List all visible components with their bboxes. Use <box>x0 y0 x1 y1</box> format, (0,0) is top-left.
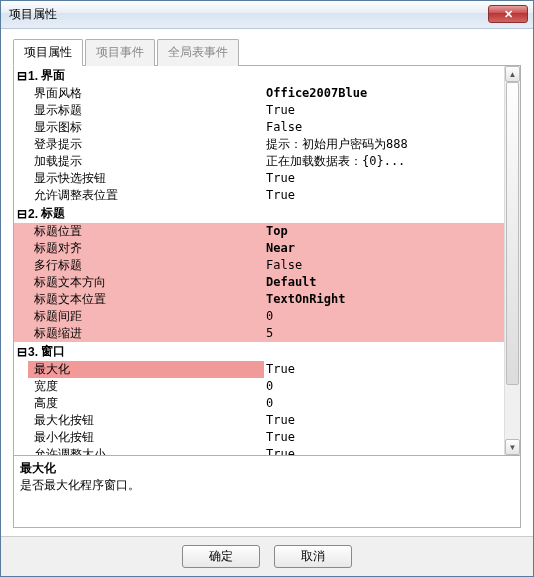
prop-width[interactable]: 宽度0 <box>14 378 520 395</box>
cancel-button[interactable]: 取消 <box>274 545 352 568</box>
collapse-icon[interactable]: ⊟ <box>16 69 28 83</box>
tabs: 项目属性 项目事件 全局表事件 <box>13 39 521 66</box>
prop-show-title[interactable]: 显示标题True <box>14 102 520 119</box>
collapse-icon[interactable]: ⊟ <box>16 207 28 221</box>
section-interface[interactable]: ⊟ 1. 界面 <box>14 66 520 85</box>
titlebar-title: 项目属性 <box>9 6 57 23</box>
ok-button[interactable]: 确定 <box>182 545 260 568</box>
prop-min-button[interactable]: 最小化按钮True <box>14 429 520 446</box>
scrollbar[interactable]: ▲ ▼ <box>504 66 520 455</box>
prop-title-position[interactable]: 标题位置Top <box>14 223 520 240</box>
section-name: 标题 <box>41 205 65 222</box>
scroll-down-icon[interactable]: ▼ <box>505 439 520 455</box>
titlebar: 项目属性 ✕ <box>1 1 533 29</box>
description-title: 最大化 <box>20 460 514 477</box>
property-grid: ⊟ 1. 界面 界面风格Office2007Blue 显示标题True 显示图标… <box>13 65 521 528</box>
dialog: 项目属性 ✕ 项目属性 项目事件 全局表事件 ⊟ 1. 界面 界面风格Offic… <box>0 0 534 577</box>
prop-show-quick-btn[interactable]: 显示快选按钮True <box>14 170 520 187</box>
prop-login-tip[interactable]: 登录提示提示：初始用户密码为888 <box>14 136 520 153</box>
section-name: 界面 <box>41 67 65 84</box>
prop-maximize[interactable]: 最大化True <box>14 361 520 378</box>
section-title[interactable]: ⊟ 2. 标题 <box>14 204 520 223</box>
scroll-track[interactable] <box>505 82 520 439</box>
prop-interface-style[interactable]: 界面风格Office2007Blue <box>14 85 520 102</box>
collapse-icon[interactable]: ⊟ <box>16 345 28 359</box>
prop-title-text-dir[interactable]: 标题文本方向Default <box>14 274 520 291</box>
close-button[interactable]: ✕ <box>488 5 528 23</box>
tab-global-table-event[interactable]: 全局表事件 <box>157 39 239 66</box>
prop-show-icon[interactable]: 显示图标False <box>14 119 520 136</box>
footer: 确定 取消 <box>1 536 533 576</box>
description-panel: 最大化 是否最大化程序窗口。 <box>14 455 520 527</box>
scroll-up-icon[interactable]: ▲ <box>505 66 520 82</box>
scroll-thumb[interactable] <box>506 82 519 385</box>
content: 项目属性 项目事件 全局表事件 ⊟ 1. 界面 界面风格Office2007Bl… <box>1 29 533 536</box>
section-num: 2. <box>28 207 38 221</box>
prop-title-align[interactable]: 标题对齐Near <box>14 240 520 257</box>
prop-loading-tip[interactable]: 加载提示正在加载数据表：{0}... <box>14 153 520 170</box>
close-icon: ✕ <box>504 8 513 21</box>
tab-project-event[interactable]: 项目事件 <box>85 39 155 66</box>
section-name: 窗口 <box>41 343 65 360</box>
prop-allow-resize-table[interactable]: 允许调整表位置True <box>14 187 520 204</box>
prop-max-button[interactable]: 最大化按钮True <box>14 412 520 429</box>
grid-body: ⊟ 1. 界面 界面风格Office2007Blue 显示标题True 显示图标… <box>14 66 520 455</box>
prop-allow-resize[interactable]: 允许调整大小True <box>14 446 520 455</box>
prop-height[interactable]: 高度0 <box>14 395 520 412</box>
section-window[interactable]: ⊟ 3. 窗口 <box>14 342 520 361</box>
prop-title-text-pos[interactable]: 标题文本位置TextOnRight <box>14 291 520 308</box>
prop-multi-line-title[interactable]: 多行标题False <box>14 257 520 274</box>
description-text: 是否最大化程序窗口。 <box>20 477 514 494</box>
section-num: 1. <box>28 69 38 83</box>
tab-project-prop[interactable]: 项目属性 <box>13 39 83 66</box>
prop-title-indent[interactable]: 标题缩进5 <box>14 325 520 342</box>
prop-title-spacing[interactable]: 标题间距0 <box>14 308 520 325</box>
section-num: 3. <box>28 345 38 359</box>
